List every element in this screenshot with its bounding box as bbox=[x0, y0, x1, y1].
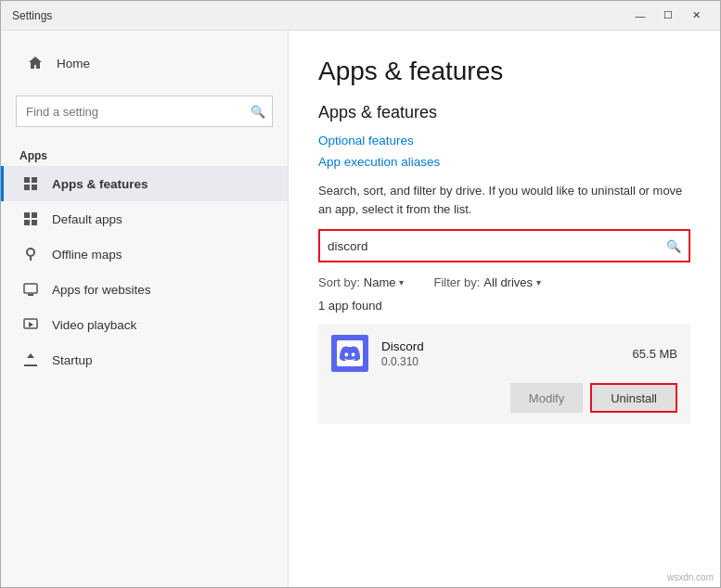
svg-marker-12 bbox=[29, 322, 33, 327]
sidebar: Home 🔍 Apps Apps & features bbox=[1, 31, 289, 587]
sidebar-item-video-playback[interactable]: Video playback bbox=[1, 307, 288, 342]
svg-rect-9 bbox=[24, 284, 37, 293]
sort-label: Sort by: bbox=[318, 275, 360, 289]
svg-rect-7 bbox=[32, 220, 37, 225]
app-search-box: 🔍 bbox=[318, 229, 690, 262]
svg-rect-6 bbox=[24, 220, 30, 225]
content-area: Apps & features Apps & features Optional… bbox=[289, 31, 720, 587]
description-text: Search, sort, and filter by drive. If yo… bbox=[318, 182, 690, 218]
filter-chevron: ▾ bbox=[536, 277, 541, 288]
optional-features-link[interactable]: Optional features bbox=[318, 134, 690, 147]
svg-rect-0 bbox=[24, 177, 30, 183]
apps-websites-label: Apps for websites bbox=[52, 283, 151, 297]
offline-maps-label: Offline maps bbox=[52, 248, 122, 262]
app-search-icon: 🔍 bbox=[666, 239, 681, 253]
sidebar-item-startup[interactable]: Startup bbox=[1, 342, 288, 377]
maximize-button[interactable]: ☐ bbox=[655, 6, 681, 25]
app-name: Discord bbox=[381, 339, 424, 353]
close-button[interactable]: ✕ bbox=[683, 6, 709, 25]
modify-button[interactable]: Modify bbox=[510, 383, 583, 413]
sidebar-item-apps-websites[interactable]: Apps for websites bbox=[1, 272, 288, 307]
window-controls: — ☐ ✕ bbox=[627, 6, 709, 25]
sidebar-header: Home bbox=[1, 31, 288, 88]
svg-rect-3 bbox=[32, 185, 37, 190]
sidebar-search-box: 🔍 bbox=[16, 96, 273, 127]
page-title: Apps & features bbox=[318, 57, 690, 86]
svg-rect-2 bbox=[24, 185, 30, 190]
svg-rect-5 bbox=[32, 212, 37, 218]
sidebar-item-default-apps[interactable]: Default apps bbox=[1, 201, 288, 236]
drive-filter[interactable]: Filter by: All drives ▾ bbox=[433, 275, 541, 289]
startup-label: Startup bbox=[52, 353, 93, 367]
svg-rect-4 bbox=[24, 212, 30, 218]
sort-value: Name bbox=[364, 275, 396, 289]
app-item-left: Discord 0.0.310 bbox=[331, 335, 424, 372]
discord-icon-inner bbox=[337, 340, 363, 366]
home-label: Home bbox=[57, 57, 90, 70]
sidebar-item-home[interactable]: Home bbox=[19, 45, 269, 81]
video-playback-icon bbox=[22, 316, 39, 333]
default-apps-label: Default apps bbox=[52, 212, 122, 226]
startup-icon bbox=[22, 352, 39, 368]
app-icon bbox=[331, 335, 368, 372]
apps-features-icon bbox=[22, 175, 39, 192]
app-search-input[interactable] bbox=[328, 239, 666, 253]
svg-rect-10 bbox=[28, 294, 33, 296]
home-icon bbox=[27, 55, 44, 71]
main-content: Home 🔍 Apps Apps & features bbox=[1, 31, 720, 587]
window-title: Settings bbox=[12, 9, 52, 22]
sidebar-item-apps-features[interactable]: Apps & features bbox=[1, 166, 288, 201]
offline-maps-icon bbox=[22, 246, 39, 262]
sort-chevron: ▾ bbox=[399, 277, 404, 288]
apps-features-label: Apps & features bbox=[52, 177, 148, 191]
apps-section-label: Apps bbox=[1, 142, 288, 166]
video-playback-label: Video playback bbox=[52, 318, 136, 332]
svg-rect-8 bbox=[30, 257, 32, 261]
app-item-header: Discord 0.0.310 65.5 MB bbox=[331, 335, 677, 372]
filter-label: Filter by: bbox=[433, 275, 480, 289]
app-list-item[interactable]: Discord 0.0.310 65.5 MB Modify Uninstall bbox=[318, 324, 690, 424]
svg-rect-1 bbox=[32, 177, 37, 183]
svg-rect-13 bbox=[24, 364, 37, 366]
result-count: 1 app found bbox=[318, 299, 690, 313]
watermark: wsxdn.com bbox=[667, 572, 714, 582]
default-apps-icon bbox=[22, 211, 39, 227]
app-info: Discord 0.0.310 bbox=[381, 339, 424, 368]
sidebar-search-icon-btn[interactable]: 🔍 bbox=[251, 105, 265, 119]
app-version: 0.0.310 bbox=[381, 355, 424, 368]
minimize-button[interactable]: — bbox=[627, 6, 653, 25]
section-title: Apps & features bbox=[318, 103, 690, 122]
sidebar-search-input[interactable] bbox=[16, 96, 273, 127]
app-execution-aliases-link[interactable]: App execution aliases bbox=[318, 155, 690, 169]
action-row: Modify Uninstall bbox=[331, 383, 677, 413]
sidebar-item-offline-maps[interactable]: Offline maps bbox=[1, 236, 288, 272]
title-bar: Settings — ☐ ✕ bbox=[1, 1, 720, 31]
app-size: 65.5 MB bbox=[633, 347, 677, 361]
filter-row: Sort by: Name ▾ Filter by: All drives ▾ bbox=[318, 275, 690, 289]
apps-websites-icon bbox=[22, 281, 39, 298]
filter-value: All drives bbox=[483, 275, 533, 289]
uninstall-button[interactable]: Uninstall bbox=[590, 383, 677, 413]
sort-filter[interactable]: Sort by: Name ▾ bbox=[318, 275, 404, 289]
